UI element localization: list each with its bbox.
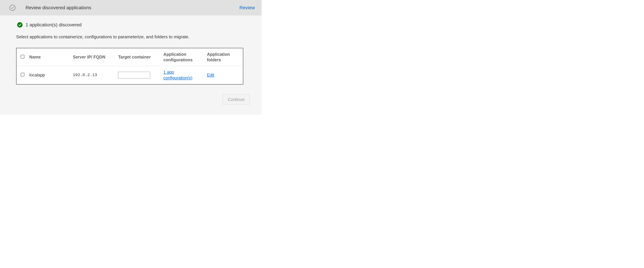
instruction-text: Select applications to containerize, con…: [16, 34, 250, 39]
checkmark-circle-icon: [10, 5, 16, 11]
right-gutter: [262, 0, 644, 115]
cell-server: 192.0.2.13: [70, 66, 116, 84]
col-header-folders: Application folders: [204, 48, 243, 66]
col-header-target: Target container: [116, 48, 161, 66]
col-header-config: Application configurations: [161, 48, 204, 66]
review-link[interactable]: Review: [240, 5, 255, 10]
select-all-checkbox[interactable]: [21, 55, 24, 58]
step-content: 1 application(s) discovered Select appli…: [0, 15, 262, 115]
status-row: 1 application(s) discovered: [17, 22, 250, 27]
col-header-server: Server IP/ FQDN: [70, 48, 116, 66]
target-container-input[interactable]: [118, 72, 150, 78]
success-icon: [17, 22, 22, 27]
row-checkbox[interactable]: [21, 73, 24, 76]
col-header-name: Name: [27, 48, 70, 66]
step-title: Review discovered applications: [26, 5, 229, 10]
continue-button[interactable]: Continue: [222, 95, 250, 104]
app-configurations-link[interactable]: 1 app configuration(s): [163, 69, 202, 81]
applications-table: Name Server IP/ FQDN Target container Ap…: [16, 48, 243, 84]
step-header: Review discovered applications Review: [0, 0, 262, 15]
edit-folders-link[interactable]: Edit: [207, 72, 214, 78]
status-text: 1 application(s) discovered: [26, 22, 82, 27]
table-row: localapp 192.0.2.13 1 app configuration(…: [16, 66, 243, 84]
cell-name: localapp: [27, 66, 70, 84]
